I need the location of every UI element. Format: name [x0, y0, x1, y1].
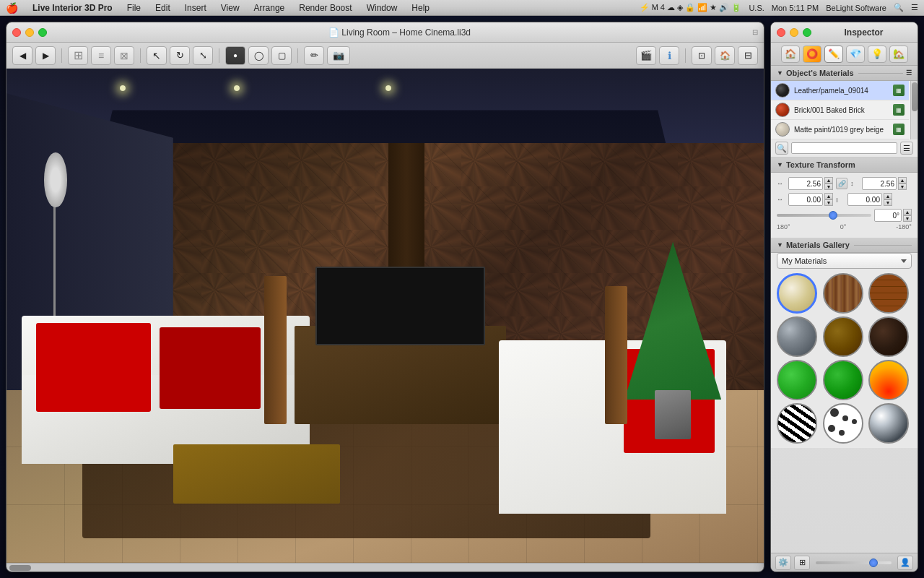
rotation-slider[interactable]: [777, 214, 871, 217]
rotation-down[interactable]: ▼: [903, 215, 912, 222]
window-3d-button[interactable]: ⊟: [738, 46, 758, 65]
tab-object[interactable]: 🏠: [781, 46, 800, 63]
elevation-view-button[interactable]: ≡: [91, 46, 111, 65]
offset-x-stepper[interactable]: ▲ ▼: [824, 193, 833, 206]
render-button[interactable]: 🎬: [636, 46, 656, 65]
overview-button[interactable]: ⊠: [114, 46, 134, 65]
menu-window[interactable]: Window: [364, 3, 401, 13]
material-item-leather[interactable]: Leather/pamela_09014 ▦: [771, 81, 909, 100]
offset-y-input[interactable]: [847, 193, 882, 206]
3d-scene[interactable]: [6, 69, 764, 563]
swatch-zebra[interactable]: [777, 403, 817, 444]
rotation-input[interactable]: [874, 209, 902, 222]
inspector-zoom[interactable]: [803, 28, 811, 37]
offset-x-input[interactable]: [788, 193, 823, 206]
move-tool[interactable]: ⤡: [193, 46, 213, 65]
material-search-input[interactable]: [791, 142, 897, 154]
texture-section-header[interactable]: ▼ Texture Transform: [771, 158, 918, 173]
point-tool[interactable]: ●: [225, 46, 245, 65]
swatch-spots[interactable]: [823, 403, 863, 444]
plan-view-button[interactable]: ⊞: [68, 46, 88, 65]
chain-link[interactable]: 🔗: [836, 178, 847, 189]
tab-texture[interactable]: 💎: [846, 46, 865, 63]
tab-material-sphere[interactable]: ⭕: [803, 46, 821, 63]
menu-insert[interactable]: Insert: [182, 3, 209, 13]
draw-tool[interactable]: ✏: [304, 46, 324, 65]
grid-button[interactable]: ⊞: [794, 556, 810, 570]
scale-y-input[interactable]: [862, 177, 897, 190]
menu-view[interactable]: View: [218, 3, 243, 13]
close-button[interactable]: [12, 28, 21, 37]
back-button[interactable]: ◀: [12, 46, 32, 65]
swatch-green1[interactable]: [777, 360, 817, 400]
minimize-button[interactable]: [25, 28, 34, 37]
list-view-button[interactable]: 👤: [897, 556, 913, 570]
tab-light[interactable]: 💡: [868, 46, 886, 63]
size-slider[interactable]: [816, 561, 892, 564]
home-view-button[interactable]: 🏠: [715, 46, 735, 65]
swatch-fire[interactable]: [868, 360, 909, 400]
search-material-button[interactable]: 🔍: [775, 142, 788, 155]
walls-2d-button[interactable]: ⊡: [692, 46, 712, 65]
forward-button[interactable]: ▶: [35, 46, 56, 65]
scale-x-up[interactable]: ▲: [824, 177, 833, 184]
tab-scene[interactable]: 🏡: [889, 46, 908, 63]
inspector-close[interactable]: [777, 28, 785, 37]
material-item-brick[interactable]: Brick/001 Baked Brick ▦: [771, 100, 909, 120]
menu-renderboost[interactable]: Render Boost: [296, 3, 354, 13]
offset-x-down[interactable]: ▼: [824, 199, 833, 206]
camera-tool[interactable]: 📷: [327, 46, 350, 65]
menu-file[interactable]: File: [124, 3, 144, 13]
menubar-search-icon[interactable]: 🔍: [894, 3, 904, 12]
select-tool[interactable]: ↖: [147, 46, 167, 65]
square-tool[interactable]: ▢: [271, 46, 292, 65]
scale-x-stepper[interactable]: ▲ ▼: [824, 177, 833, 190]
swatch-brown[interactable]: [823, 316, 863, 357]
tab-edit[interactable]: ✏️: [824, 46, 843, 63]
material-item-paint[interactable]: Matte paint/1019 grey beige ▦: [771, 120, 909, 139]
menu-arrange[interactable]: Arrange: [251, 3, 288, 13]
window-resize-icon[interactable]: ⊟: [752, 28, 758, 36]
apple-menu[interactable]: 🍎: [6, 2, 18, 14]
gallery-dropdown[interactable]: My Materials: [777, 253, 912, 269]
offset-y-down[interactable]: ▼: [884, 199, 892, 206]
scale-y-stepper[interactable]: ▲ ▼: [898, 177, 907, 190]
menubar-menu-icon[interactable]: ☰: [911, 3, 918, 12]
swatch-darkbrown[interactable]: [868, 316, 909, 357]
scale-y-up[interactable]: ▲: [898, 177, 907, 184]
rotation-stepper[interactable]: ▲ ▼: [903, 209, 912, 222]
speaker-left: [264, 276, 287, 424]
texture-section-title: Texture Transform: [786, 160, 855, 169]
offset-y-up[interactable]: ▲: [884, 193, 892, 199]
menu-edit[interactable]: Edit: [152, 3, 173, 13]
settings-button[interactable]: ⚙️: [775, 556, 791, 570]
swatch-green2[interactable]: [823, 360, 863, 400]
menu-help[interactable]: Help: [409, 3, 432, 13]
swatch-cream[interactable]: [777, 273, 817, 314]
scale-y-down[interactable]: ▼: [898, 184, 907, 190]
zoom-button[interactable]: [38, 28, 47, 37]
offset-x-up[interactable]: ▲: [824, 193, 833, 199]
inspector-minimize[interactable]: [790, 28, 798, 37]
menu-appname[interactable]: Live Interior 3D Pro: [30, 3, 116, 13]
section-options-icon[interactable]: ☰: [906, 69, 912, 77]
swatch-wood1[interactable]: [823, 273, 863, 314]
transform-tool[interactable]: ↻: [170, 46, 190, 65]
materials-scrollbar[interactable]: [910, 81, 918, 139]
rotation-up[interactable]: ▲: [903, 209, 912, 215]
scale-x-down[interactable]: ▼: [824, 184, 833, 190]
scale-x-input[interactable]: [788, 177, 823, 190]
materials-section-header[interactable]: ▼ Object's Materials ☰: [771, 66, 918, 81]
swatch-brick[interactable]: [868, 273, 909, 314]
material-type-icon-leather: ▦: [893, 85, 905, 96]
menubar-company: BeLight Software: [826, 4, 886, 12]
menu-bar: 🍎 Live Interior 3D Pro File Edit Insert …: [0, 0, 924, 16]
gallery-section-header[interactable]: ▼ Materials Gallery: [771, 238, 918, 253]
info-button[interactable]: ℹ: [659, 46, 679, 65]
offset-y-stepper[interactable]: ▲ ▼: [884, 193, 892, 206]
circle-tool[interactable]: ◯: [248, 46, 269, 65]
viewport-scrollbar[interactable]: [6, 563, 764, 571]
swatch-metal[interactable]: [777, 316, 817, 357]
swatch-chrome[interactable]: [868, 403, 909, 444]
options-button[interactable]: ☰: [900, 142, 913, 155]
